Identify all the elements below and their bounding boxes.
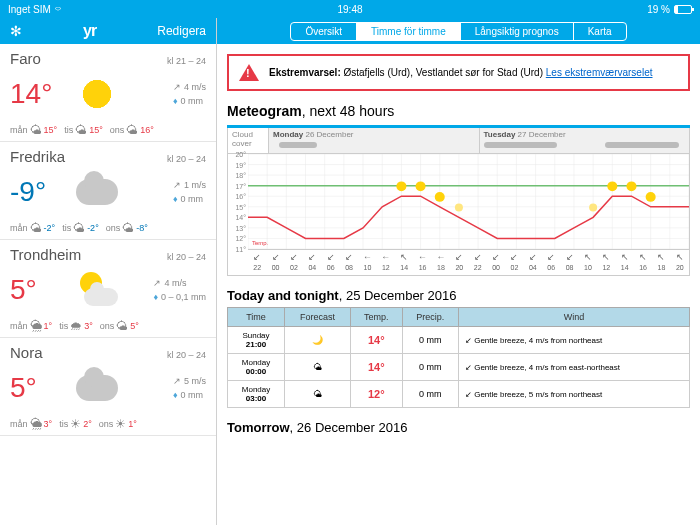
edit-button[interactable]: Redigera [157,24,206,38]
wind-value: 1 m/s [184,178,206,192]
tab-bar: ÖversiktTimme för timmeLångsiktig progno… [217,18,700,44]
wind-value: 5 m/s [184,374,206,388]
alert-label: Ekstremvarsel: [269,67,341,78]
location-nora[interactable]: Norakl 20 – 24 5° ↗5 m/s ♦0 mm mån🌦3°tis… [0,338,216,436]
temp-cell: 14° [351,327,403,354]
mini-forecast: mån🌦1°tis🌧3°ons🌤5° [10,319,206,333]
sidebar: ✻ yr Redigera Farokl 21 – 24 14° ↗4 m/s … [0,18,217,525]
forecast-day: ons☀1° [99,417,137,431]
table-row: Monday00:00 🌤 14° 0 mm ↙ Gentle breeze, … [228,354,690,381]
forecast-icon: 🌙 [312,335,323,345]
forecast-day: mån🌤15° [10,123,57,137]
forecast-day: tis☀2° [59,417,92,431]
forecast-day: mån🌤-2° [10,221,55,235]
battery-icon [674,5,692,14]
wind-cell: ↙ Gentle breeze, 4 m/s from east-northea… [458,354,689,381]
wind-value: 4 m/s [184,80,206,94]
precip-value: 0 – 0,1 mm [161,290,206,304]
weather-icon [72,169,122,215]
precip-value: 0 mm [181,94,204,108]
current-temp: 14° [10,78,72,110]
temp-cell: 12° [351,381,403,408]
app-logo: yr [83,22,96,40]
alert-link[interactable]: Les ekstremværvarselet [546,67,653,78]
drop-icon: ♦ [173,388,178,402]
day-tuesday: Tuesday 27 December [479,128,690,153]
precip-cell: 0 mm [402,354,458,381]
svg-point-36 [435,192,445,202]
sidebar-header: ✻ yr Redigera [0,18,216,44]
current-temp: 5° [10,274,72,306]
wind-value: 4 m/s [164,276,186,290]
svg-point-39 [607,181,617,191]
svg-point-37 [455,203,463,211]
drop-icon: ♦ [173,94,178,108]
main-content: ÖversiktTimme för timmeLångsiktig progno… [217,18,700,525]
warning-icon [239,64,259,81]
location-name: Nora [10,344,43,361]
drop-icon: ♦ [173,192,178,206]
carrier-label: Inget SIM [8,4,51,15]
forecast-day: ons🌤-8° [106,221,148,235]
tab-timme-för-timme[interactable]: Timme för timme [357,23,461,40]
forecast-day: ons🌤5° [100,319,139,333]
table-row: Monday03:00 🌤 12° 0 mm ↙ Gentle breeze, … [228,381,690,408]
tomorrow-title: Tomorrow, 26 December 2016 [217,408,700,439]
svg-point-38 [589,203,597,211]
weather-icon [72,365,122,411]
tab-långsiktig-prognos[interactable]: Långsiktig prognos [461,23,574,40]
meteogram-title: Meteogram, next 48 hours [217,99,700,125]
temp-cell: 14° [351,354,403,381]
clock: 19:48 [236,4,464,15]
forecast-day: tis🌧3° [59,319,93,333]
svg-point-35 [416,181,426,191]
svg-point-34 [396,181,406,191]
wifi-icon: ⌔ [55,4,61,15]
status-bar: Inget SIM ⌔ 19:48 19 % [0,0,700,18]
meteogram-chart: Cloud cover Monday 26 December Tuesday 2… [227,128,690,276]
tab-karta[interactable]: Karta [574,23,626,40]
precip-value: 0 mm [181,192,204,206]
extreme-weather-alert[interactable]: Ekstremvarsel: Østafjells (Urd), Vestlan… [227,54,690,91]
forecast-icon: 🌤 [313,389,322,399]
mini-forecast: mån🌤-2°tis🌤-2°ons🌤-8° [10,221,206,235]
wind-arrow-icon: ↗ [173,80,181,94]
period-label: kl 20 – 24 [167,350,206,360]
period-label: kl 21 – 24 [167,56,206,66]
mini-forecast: mån🌦3°tis☀2°ons☀1° [10,417,206,431]
drop-icon: ♦ [153,290,158,304]
day-monday: Monday 26 December [268,128,479,153]
svg-text:Temp.: Temp. [252,240,269,246]
current-temp: -9° [10,176,72,208]
battery-pct: 19 % [647,4,670,15]
location-name: Faro [10,50,41,67]
forecast-day: ons🌤16° [110,123,154,137]
period-label: kl 20 – 24 [167,252,206,262]
weather-icon [72,71,122,117]
wind-arrow-icon: ↗ [173,178,181,192]
precip-value: 0 mm [181,388,204,402]
wind-cell: ↙ Gentle breeze, 5 m/s from northeast [458,381,689,408]
tab-översikt[interactable]: Översikt [291,23,357,40]
alert-text: Østafjells (Urd), Vestlandet sør for Sta… [344,67,544,78]
table-row: Sunday21:00 🌙 14° 0 mm ↙ Gentle breeze, … [228,327,690,354]
forecast-day: tis🌤-2° [62,221,99,235]
svg-point-41 [646,192,656,202]
precip-cell: 0 mm [402,381,458,408]
wind-arrow-icon: ↗ [153,276,161,290]
forecast-day: mån🌦1° [10,319,52,333]
location-fredrika[interactable]: Fredrikakl 20 – 24 -9° ↗1 m/s ♦0 mm mån🌤… [0,142,216,240]
settings-icon[interactable]: ✻ [10,23,22,39]
location-trondheim[interactable]: Trondheimkl 20 – 24 5° ↗4 m/s ♦0 – 0,1 m… [0,240,216,338]
wind-arrow-icon: ↗ [173,374,181,388]
period-label: kl 20 – 24 [167,154,206,164]
forecast-day: mån🌦3° [10,417,52,431]
wind-cell: ↙ Gentle breeze, 4 m/s from northeast [458,327,689,354]
forecast-day: tis🌤15° [64,123,103,137]
precip-cell: 0 mm [402,327,458,354]
location-faro[interactable]: Farokl 21 – 24 14° ↗4 m/s ♦0 mm mån🌤15°t… [0,44,216,142]
mini-forecast: mån🌤15°tis🌤15°ons🌤16° [10,123,206,137]
forecast-table: TimeForecastTemp.Precip.Wind Sunday21:00… [227,307,690,408]
forecast-icon: 🌤 [313,362,322,372]
current-temp: 5° [10,372,72,404]
